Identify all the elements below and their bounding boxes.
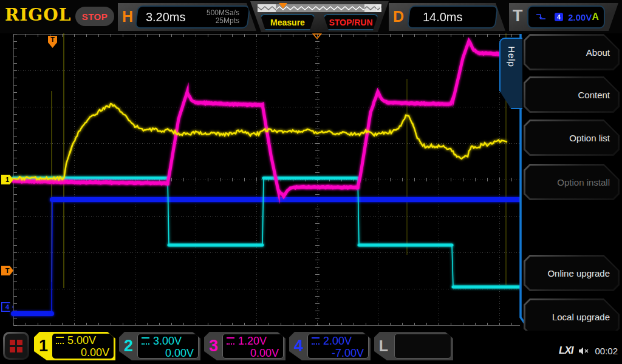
menu-item-label: Online upgrade bbox=[525, 257, 618, 289]
channel1-number: 1 bbox=[34, 332, 53, 360]
horizontal-center-marker bbox=[312, 33, 322, 39]
horizontal-timebase-panel[interactable]: H 3.20ms 500MSa/s 25Mpts bbox=[118, 3, 256, 31]
dc-coupling-icon bbox=[56, 337, 64, 344]
menu-item-content[interactable]: Content bbox=[524, 76, 620, 113]
measure-button[interactable]: Measure bbox=[260, 14, 315, 30]
channel1-values: 5.00V 0.00V bbox=[52, 334, 114, 359]
quick-menu-button[interactable] bbox=[3, 332, 29, 360]
oscilloscope-screen: RIGOL STOP H 3.20ms 500MSa/s 25Mpts Meas… bbox=[0, 0, 622, 364]
timebase-box[interactable]: 3.20ms 500MSa/s 25Mpts bbox=[135, 5, 251, 29]
h-label: H bbox=[122, 8, 133, 25]
menu-item-online-upgrade[interactable]: Online upgrade bbox=[524, 255, 620, 291]
menu-item-label: About bbox=[525, 36, 618, 69]
help-tab-label: Help bbox=[507, 46, 517, 67]
grid-icon bbox=[5, 334, 27, 358]
channel4-status-box[interactable]: 4 2.00V -7.00V bbox=[289, 332, 371, 360]
t-label: T bbox=[513, 7, 523, 25]
channel2-values: 3.00V 0.00V bbox=[137, 334, 199, 359]
dc-coupling-icon bbox=[227, 337, 234, 345]
delay-box[interactable]: 14.0ms bbox=[407, 5, 499, 29]
trigger-panel[interactable]: T 4 2.00V A bbox=[509, 3, 618, 31]
memory-preview-platform: Measure STOP/RUN bbox=[250, 1, 389, 32]
logic-row1: 0 1 2 3 4 5 6 7 bbox=[395, 359, 451, 364]
channel4-scale: 2.00V bbox=[323, 335, 352, 348]
dc-coupling-icon bbox=[142, 337, 149, 345]
trigger-sweep-mode: A bbox=[592, 12, 599, 22]
menu-item-about[interactable]: About bbox=[524, 34, 620, 70]
d-label: D bbox=[393, 8, 404, 25]
delay-value: 14.0ms bbox=[423, 10, 463, 24]
falling-edge-icon bbox=[536, 13, 546, 21]
dc-coupling-icon bbox=[312, 337, 320, 345]
trigger-box[interactable]: 4 2.00V A bbox=[527, 5, 605, 29]
system-clock: 00:02 bbox=[595, 346, 618, 356]
timebase-value: 3.20ms bbox=[146, 10, 186, 24]
channel2-scale: 3.00V bbox=[153, 335, 182, 348]
channel3-status-box[interactable]: 3 1.20V 0.00V bbox=[204, 332, 285, 360]
menu-item-label: Option list bbox=[525, 121, 618, 154]
rigol-logo: RIGOL bbox=[5, 5, 71, 25]
stop-run-button[interactable]: STOP/RUN bbox=[323, 14, 378, 30]
channel-status-bar: 1 5.00V 0.00V 2 3.00V 0.00V 3 1.20V 0.00… bbox=[0, 331, 622, 364]
channel1-status-box[interactable]: 1 5.00V 0.00V bbox=[34, 332, 115, 360]
menu-item-label: Content bbox=[525, 78, 618, 111]
memory-waveform-preview[interactable] bbox=[258, 4, 381, 12]
channel4-values: 2.00V -7.00V bbox=[307, 334, 369, 359]
channel4-number: 4 bbox=[289, 332, 308, 360]
channel1-scale: 5.00V bbox=[67, 334, 96, 347]
acquisition-status-badge[interactable]: STOP bbox=[75, 7, 114, 26]
channel3-number: 3 bbox=[204, 332, 223, 360]
channel1-offset: 0.00V bbox=[56, 346, 109, 359]
trigger-source-badge: 4 bbox=[555, 13, 563, 21]
trigger-position-preview-marker[interactable] bbox=[279, 3, 287, 8]
logic-channels-box[interactable]: L 0 1 2 3 4 5 6 7 8 9 10 11 12 13 14 15 bbox=[374, 332, 453, 360]
channel2-offset: 0.00V bbox=[142, 347, 194, 359]
logic-channel-list: 0 1 2 3 4 5 6 7 8 9 10 11 12 13 14 15 bbox=[394, 334, 451, 359]
channel3-offset: 0.00V bbox=[227, 347, 279, 359]
logic-label: L bbox=[374, 332, 393, 360]
menu-item-option-list[interactable]: Option list bbox=[524, 120, 620, 156]
lxi-indicator: LXI bbox=[559, 345, 573, 357]
sample-rate-memdepth: 500MSa/s 25Mpts bbox=[207, 9, 239, 25]
channel2-status-box[interactable]: 2 3.00V 0.00V bbox=[119, 332, 200, 360]
menu-item-local-upgrade[interactable]: Local upgrade bbox=[524, 298, 620, 335]
system-status-area: LXI 00:02 bbox=[559, 345, 618, 357]
top-status-bar: RIGOL STOP H 3.20ms 500MSa/s 25Mpts Meas… bbox=[0, 0, 622, 33]
channel3-values: 1.20V 0.00V bbox=[222, 334, 284, 359]
help-menu-panel: Help About Content Option list Option in… bbox=[520, 33, 622, 364]
menu-item-option-install[interactable]: Option install bbox=[524, 164, 620, 200]
channel2-number: 2 bbox=[119, 332, 138, 360]
menu-item-label: Option install bbox=[525, 166, 618, 198]
trigger-level-value: 2.00V bbox=[568, 12, 592, 22]
delay-panel[interactable]: D 14.0ms bbox=[389, 3, 505, 31]
channel3-scale: 1.20V bbox=[238, 335, 267, 348]
channel4-offset: -7.00V bbox=[312, 347, 364, 359]
sound-muted-icon[interactable] bbox=[578, 346, 589, 356]
menu-item-label: Local upgrade bbox=[525, 300, 618, 333]
memory-depth: 25Mpts bbox=[207, 17, 239, 25]
